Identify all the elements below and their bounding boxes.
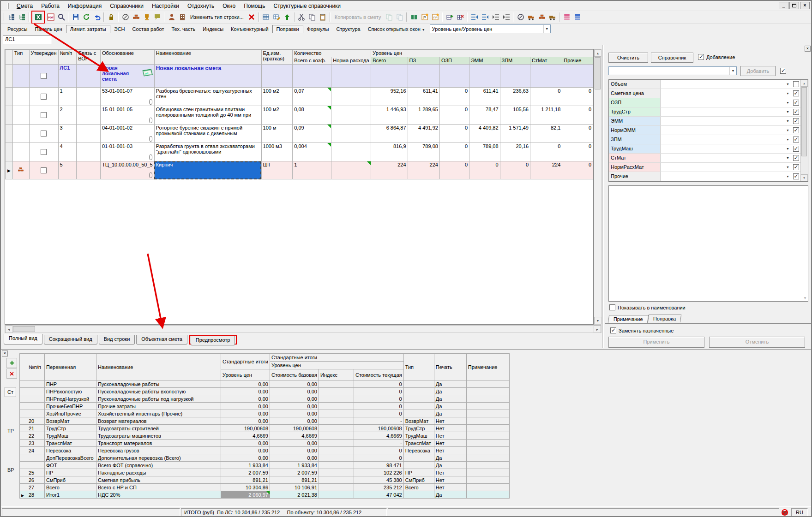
delete-variable-button[interactable] xyxy=(6,368,17,379)
view-tab[interactable]: Структура xyxy=(332,25,364,33)
approved-checkbox[interactable] xyxy=(41,94,47,100)
add-checkbox[interactable] xyxy=(780,68,786,74)
price-level-value[interactable]: 0,00 xyxy=(221,388,270,395)
index-value[interactable] xyxy=(319,440,354,447)
estimate-name-input[interactable]: ЛС1 xyxy=(3,35,52,44)
index-value[interactable] xyxy=(319,484,354,491)
price-level-value[interactable]: 0,00 xyxy=(221,454,270,462)
field-value-input[interactable] xyxy=(661,172,784,181)
dropdown-arrow-icon[interactable]: ▼ xyxy=(784,110,791,113)
field-row[interactable]: НормЭММ ▼ xyxy=(609,126,800,135)
resource-combo[interactable]: ▼ xyxy=(608,66,737,75)
col-header-other[interactable]: Прочие xyxy=(562,57,593,65)
estimate-header-row[interactable]: ЛС1 Новая локальная смета Новая локальна… xyxy=(6,65,593,88)
price-level-value[interactable]: 0,00 xyxy=(221,440,270,447)
totals-row[interactable]: ПНР Пусконаладочные работы 0,00 0,00 0 Д… xyxy=(20,380,510,388)
table-row[interactable]: 4 01-01-001-03 Разработка грунта в отвал… xyxy=(6,143,593,161)
view-tab[interactable]: Ресурсы xyxy=(4,25,31,33)
print-flag[interactable]: Да xyxy=(434,491,466,499)
col-header-variable[interactable]: Переменная xyxy=(45,354,96,380)
menu-item[interactable]: Смета xyxy=(12,2,37,10)
truck-icon[interactable] xyxy=(526,12,536,23)
refresh-icon[interactable] xyxy=(81,12,91,23)
col-header-type[interactable]: Тип xyxy=(12,50,29,65)
print-flag[interactable]: Нет xyxy=(434,484,466,491)
field-row[interactable]: Прочие ▼ xyxy=(609,172,800,181)
menu-item[interactable]: Настройки xyxy=(148,2,183,10)
field-checkbox[interactable] xyxy=(793,100,799,106)
print-flag[interactable]: Да xyxy=(434,454,466,462)
index-value[interactable] xyxy=(319,403,354,410)
index-value[interactable] xyxy=(319,410,354,417)
pdf-export-icon[interactable] xyxy=(45,12,56,23)
price-pr-icon[interactable] xyxy=(430,12,440,23)
field-row[interactable]: НормРасхМат ▼ xyxy=(609,163,800,172)
tab-correction[interactable]: Поправка xyxy=(647,315,681,322)
field-checkbox[interactable] xyxy=(793,173,799,179)
approved-checkbox[interactable] xyxy=(41,73,47,79)
shift-right-icon[interactable] xyxy=(501,12,511,23)
field-value-input[interactable] xyxy=(661,126,784,135)
resource-award-icon[interactable] xyxy=(141,12,152,23)
index-value[interactable] xyxy=(319,380,354,388)
col-header-ozp[interactable]: ОЗП xyxy=(439,57,469,65)
index-value[interactable] xyxy=(319,476,354,484)
col-header-print[interactable]: Печать xyxy=(434,354,466,380)
field-checkbox[interactable] xyxy=(793,155,799,161)
field-value-input[interactable] xyxy=(661,89,784,98)
lock-icon[interactable] xyxy=(106,12,116,23)
view-tab[interactable]: Лимит. затраты xyxy=(66,25,110,33)
replace-assigned-checkbox[interactable] xyxy=(610,327,616,333)
dropdown-arrow-icon[interactable]: ▼ xyxy=(784,138,791,141)
col-header-approved[interactable]: Утвержден xyxy=(29,50,58,65)
panel-splitter[interactable] xyxy=(602,45,604,348)
reference-button[interactable]: Справочник xyxy=(651,53,693,63)
horizontal-scrollbar[interactable]: ◄ ► xyxy=(5,325,601,333)
language-indicator[interactable]: RU xyxy=(791,508,808,517)
col-header-basis[interactable]: Обоснование xyxy=(100,50,154,65)
current-cost-value[interactable]: 0 xyxy=(354,410,404,417)
col-header-type[interactable]: Тип xyxy=(403,354,434,380)
current-cost-value[interactable]: - xyxy=(354,417,404,425)
price-level-value[interactable]: 0,00 xyxy=(221,447,270,454)
price-r-icon[interactable] xyxy=(419,12,430,23)
field-row[interactable]: ТрудСтр ▼ xyxy=(609,107,800,117)
print-flag[interactable]: Нет xyxy=(434,476,466,484)
clear-button[interactable]: Очистить xyxy=(608,53,648,63)
col-header-num[interactable]: №п/п xyxy=(27,354,45,380)
approved-checkbox[interactable] xyxy=(41,167,47,173)
base-cost-value[interactable]: 0,00 xyxy=(270,380,319,388)
dropdown-arrow-icon[interactable]: ▼ xyxy=(784,101,791,104)
index-value[interactable] xyxy=(319,447,354,454)
field-row[interactable]: ОЗП ▼ xyxy=(609,98,800,107)
current-cost-value[interactable]: - xyxy=(354,440,404,447)
menu-item[interactable]: Работа xyxy=(37,2,64,10)
field-row[interactable]: Сметная цена ▼ xyxy=(609,89,800,98)
col-header-total[interactable]: Всего xyxy=(371,57,408,65)
current-cost-value[interactable]: 0 xyxy=(354,454,404,462)
price-level-value[interactable]: 2 007,59 xyxy=(221,469,270,476)
price-level-value[interactable]: 1 933,84 xyxy=(221,462,270,469)
index-value[interactable] xyxy=(319,425,354,432)
menu-item[interactable]: Информация xyxy=(64,2,106,10)
field-row[interactable]: СтМат ▼ xyxy=(609,154,800,163)
layers-pink-icon[interactable] xyxy=(561,12,572,23)
print-flag[interactable]: Да xyxy=(434,388,466,395)
print-flag[interactable]: Нет xyxy=(434,447,466,454)
base-cost-value[interactable]: 0,00 xyxy=(270,388,319,395)
scroll-down-icon[interactable]: ▼ xyxy=(594,317,601,324)
menu-item[interactable]: Отдохнуть xyxy=(183,2,218,10)
totals-row[interactable]: ПНРвхолостую Пусконаладочные работы вхол… xyxy=(20,388,510,395)
approved-checkbox[interactable] xyxy=(41,149,47,155)
totals-row[interactable]: 20 ВозврМат Возврат материалов 0,00 0,00… xyxy=(20,417,510,425)
base-cost-value[interactable]: 190,00608 xyxy=(270,425,319,432)
dropdown-arrow-icon[interactable]: ▼ xyxy=(784,119,791,123)
print-flag[interactable]: Да xyxy=(434,403,466,410)
tab-full-view[interactable]: Полный вид xyxy=(4,334,42,345)
current-cost-value[interactable]: 98 471 xyxy=(354,462,404,469)
totals-row[interactable]: 24 Перевозка Перевозка грузов 0,00 0,00 … xyxy=(20,447,510,454)
index-value[interactable] xyxy=(319,388,354,395)
bricks-icon[interactable] xyxy=(536,12,547,23)
base-cost-value[interactable]: 1 933,84 xyxy=(270,462,319,469)
tab-row-view[interactable]: Вид строки xyxy=(99,335,135,345)
